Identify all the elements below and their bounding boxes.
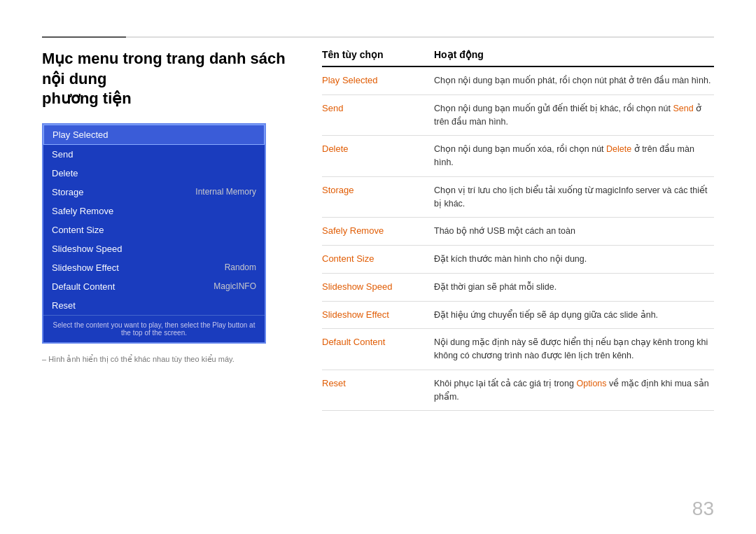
row-name: Storage <box>322 184 434 195</box>
table-row: Slideshow Effect Đặt hiệu ứng chuyển tiế… <box>322 302 714 330</box>
row-desc: Khôi phục lại tất cả các giá trị trong O… <box>434 377 714 404</box>
row-desc: Tháo bộ nhớ USB một cách an toàn <box>434 225 714 238</box>
row-desc: Nội dung mặc định này sẽ được hiển thị n… <box>434 336 714 363</box>
col-action-header: Hoạt động <box>434 49 714 60</box>
menu-item-label: Reset <box>52 300 76 311</box>
row-desc: Đặt thời gian sẽ phát mỗi slide. <box>434 281 714 294</box>
left-panel: Mục menu trong trang danh sách nội dung … <box>42 49 294 506</box>
row-name: Reset <box>322 377 434 388</box>
menu-item-label: Content Size <box>52 225 104 235</box>
row-name: Slideshow Speed <box>322 281 434 292</box>
menu-item[interactable]: Slideshow EffectRandom <box>43 258 265 277</box>
menu-item-label: Slideshow Speed <box>52 244 122 254</box>
highlight-text: Options <box>576 379 606 388</box>
table-row: Slideshow Speed Đặt thời gian sẽ phát mỗ… <box>322 274 714 302</box>
row-desc: Chọn nội dung bạn muốn phát, rồi chọn nú… <box>434 74 714 87</box>
menu-item[interactable]: Reset <box>43 296 265 315</box>
row-desc: Đặt hiệu ứng chuyển tiếp sẽ áp dụng giữa… <box>434 309 714 322</box>
row-desc: Chọn nội dung bạn muốn xóa, rồi chọn nút… <box>434 143 714 169</box>
row-name: Play Selected <box>322 74 434 85</box>
page-title: Mục menu trong trang danh sách nội dung … <box>42 49 294 109</box>
menu-item-label: Delete <box>52 168 78 178</box>
row-desc: Chọn nội dung bạn muốn gửi đến thiết bị … <box>434 102 714 129</box>
menu-item-label: Default Content <box>52 281 115 292</box>
table-row: Storage Chọn vị trí lưu cho lịch biểu tả… <box>322 177 714 218</box>
menu-item-label: Safely Remove <box>52 206 113 216</box>
menu-item[interactable]: Send <box>43 145 265 164</box>
menu-item-value: MagicINFO <box>214 281 256 291</box>
menu-box: Play SelectedSendDeleteStorageInternal M… <box>42 123 266 344</box>
table-row: Send Chọn nội dung bạn muốn gửi đến thiế… <box>322 95 714 136</box>
table-row: Reset Khôi phục lại tất cả các giá trị t… <box>322 370 714 412</box>
main-content: Mục menu trong trang danh sách nội dung … <box>42 49 714 506</box>
table-row: Default Content Nội dung mặc định này sẽ… <box>322 329 714 370</box>
menu-item-label: Play Selected <box>52 129 108 140</box>
highlight-text: Send <box>673 104 693 113</box>
menu-item-value: Random <box>225 262 256 272</box>
table-row: Safely Remove Tháo bộ nhớ USB một cách a… <box>322 218 714 246</box>
menu-item[interactable]: Delete <box>43 164 265 183</box>
menu-item-label: Storage <box>52 187 84 197</box>
top-border <box>42 36 714 38</box>
menu-item[interactable]: StorageInternal Memory <box>43 183 265 202</box>
menu-item[interactable]: Content Size <box>43 220 265 239</box>
menu-footer: Select the content you want to play, the… <box>43 315 265 342</box>
row-desc: Đặt kích thước màn hình cho nội dung. <box>434 253 714 266</box>
table-header: Tên tùy chọn Hoạt động <box>322 49 714 67</box>
menu-item[interactable]: Default ContentMagicINFO <box>43 277 265 296</box>
page-number: 83 <box>692 498 714 520</box>
footnote: – Hình ảnh hiển thị có thể khác nhau tùy… <box>42 355 294 364</box>
row-name: Content Size <box>322 253 434 264</box>
menu-item[interactable]: Slideshow Speed <box>43 239 265 258</box>
row-name: Delete <box>322 143 434 154</box>
menu-item-value: Internal Memory <box>195 187 256 197</box>
right-panel: Tên tùy chọn Hoạt động Play Selected Chọ… <box>322 49 714 506</box>
menu-item[interactable]: Safely Remove <box>43 202 265 220</box>
table-row: Content Size Đặt kích thước màn hình cho… <box>322 246 714 274</box>
row-name: Safely Remove <box>322 225 434 236</box>
row-name: Send <box>322 102 434 113</box>
table-row: Delete Chọn nội dung bạn muốn xóa, rồi c… <box>322 136 714 177</box>
menu-item[interactable]: Play Selected <box>43 125 265 145</box>
table-row: Play Selected Chọn nội dung bạn muốn phá… <box>322 67 714 95</box>
menu-item-label: Slideshow Effect <box>52 262 119 273</box>
row-desc: Chọn vị trí lưu cho lịch biểu tải xuống … <box>434 184 714 211</box>
highlight-text: Delete <box>606 144 631 154</box>
col-name-header: Tên tùy chọn <box>322 49 434 60</box>
row-name: Slideshow Effect <box>322 309 434 320</box>
row-name: Default Content <box>322 336 434 347</box>
menu-item-label: Send <box>52 149 73 160</box>
